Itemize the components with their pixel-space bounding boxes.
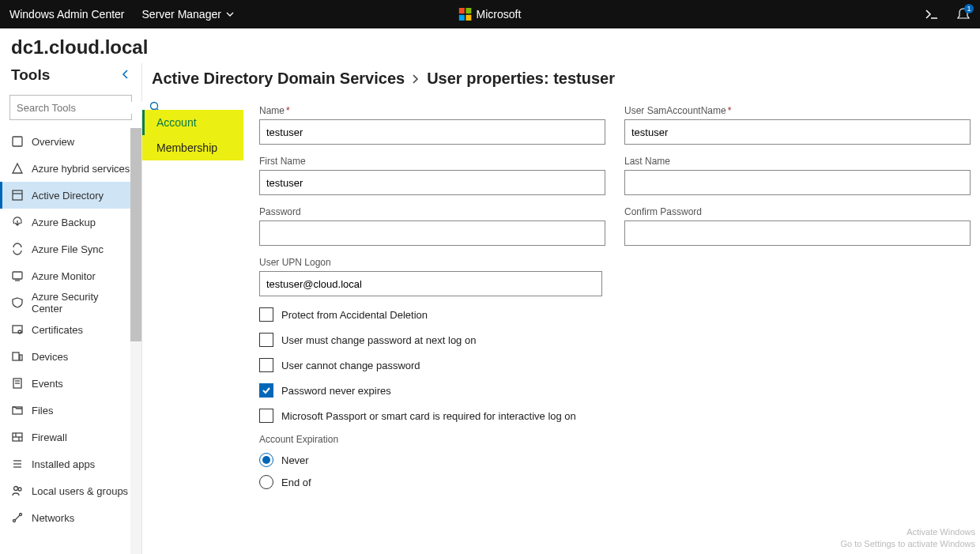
password-never-expires-label: Password never expires — [281, 385, 391, 397]
users-icon — [11, 484, 24, 497]
tool-item-devices[interactable]: Devices — [0, 343, 141, 370]
user-properties-subnav: AccountMembership — [142, 99, 243, 554]
svg-rect-2 — [459, 15, 465, 21]
cloud-shell-icon[interactable] — [925, 7, 939, 21]
notifications-icon[interactable]: 1 — [956, 7, 971, 21]
devices-icon — [11, 350, 24, 363]
breadcrumb-current: User properties: testuser — [427, 70, 615, 88]
expiration-never-radio[interactable] — [259, 453, 273, 467]
tools-scrollbar[interactable] — [130, 128, 141, 554]
server-manager-dropdown[interactable]: Server Manager — [142, 8, 234, 21]
tool-item-firewall[interactable]: Firewall — [0, 424, 141, 450]
certificates-icon — [11, 323, 24, 336]
first-name-label: First Name — [259, 156, 605, 167]
tools-search-box[interactable] — [9, 95, 132, 120]
tool-item-label: Azure Monitor — [32, 270, 96, 282]
svg-rect-12 — [13, 326, 22, 333]
tool-item-certificates[interactable]: Certificates — [0, 316, 141, 343]
tool-item-backup[interactable]: Azure Backup — [0, 209, 141, 236]
upn-label: User UPN Logon — [259, 257, 602, 268]
upn-logon-input[interactable] — [259, 271, 602, 296]
tool-item-events[interactable]: Events — [0, 370, 141, 397]
first-name-input[interactable] — [259, 170, 605, 195]
firewall-icon — [11, 431, 24, 443]
expiration-endof-label: End of — [281, 477, 311, 488]
sam-account-name-input[interactable] — [624, 119, 971, 145]
svg-rect-3 — [466, 15, 471, 21]
chevron-down-icon — [226, 10, 234, 18]
name-input[interactable] — [259, 119, 605, 145]
tool-item-files[interactable]: Files — [0, 397, 141, 424]
tool-item-label: Certificates — [32, 324, 83, 336]
breadcrumb-root[interactable]: Active Directory Domain Services — [152, 70, 405, 88]
svg-rect-1 — [466, 8, 471, 13]
confirm-password-input[interactable] — [624, 220, 971, 246]
tool-item-label: Devices — [32, 351, 68, 363]
tool-item-azure[interactable]: Azure hybrid services — [0, 155, 141, 182]
cannot-change-password-checkbox[interactable] — [259, 358, 273, 372]
last-name-label: Last Name — [624, 156, 971, 167]
protect-deletion-checkbox[interactable] — [259, 307, 273, 322]
password-never-expires-checkbox[interactable] — [259, 383, 273, 398]
breadcrumb: Active Directory Domain Services User pr… — [142, 63, 980, 99]
brand-label: Microsoft — [477, 8, 522, 21]
svg-point-27 — [14, 487, 18, 491]
svg-rect-14 — [13, 352, 19, 360]
last-name-input[interactable] — [624, 170, 971, 195]
tool-item-filesync[interactable]: Azure File Sync — [0, 236, 141, 262]
must-change-password-checkbox[interactable] — [259, 333, 273, 347]
top-bar: Windows Admin Center Server Manager Micr… — [0, 0, 980, 28]
brand: Microsoft — [459, 8, 522, 21]
user-properties-form: Name* User SamAccountName* First Name La — [243, 99, 980, 554]
tool-item-installed[interactable]: Installed apps — [0, 450, 141, 477]
tool-item-label: Installed apps — [32, 458, 95, 470]
check-icon — [262, 386, 271, 395]
tool-item-label: Files — [32, 405, 53, 416]
tool-item-users[interactable]: Local users & groups — [0, 477, 141, 504]
events-icon — [11, 377, 24, 390]
cannot-change-password-label: User cannot change password — [281, 360, 420, 371]
ad-icon — [11, 189, 24, 202]
tool-item-label: Azure Security Center — [32, 291, 130, 315]
tool-item-label: Azure Backup — [32, 217, 96, 228]
expiration-never-label: Never — [281, 454, 309, 466]
subnav-tab-account[interactable]: Account — [142, 110, 243, 135]
protect-deletion-label: Protect from Accidental Deletion — [281, 309, 428, 321]
host-name: dc1.cloud.local — [11, 36, 148, 58]
tool-item-overview[interactable]: Overview — [0, 128, 141, 155]
tools-sidebar: Tools OverviewAzure hybrid servicesActiv… — [0, 63, 142, 554]
tools-search-input[interactable] — [17, 102, 149, 114]
tool-item-monitor[interactable]: Azure Monitor — [0, 262, 141, 289]
passport-required-checkbox[interactable] — [259, 409, 273, 423]
app-name[interactable]: Windows Admin Center — [9, 8, 125, 21]
tool-item-ad[interactable]: Active Directory — [0, 182, 141, 209]
name-label: Name* — [259, 105, 605, 116]
networks-icon — [11, 511, 24, 524]
account-expiration-label: Account Expiration — [259, 434, 971, 445]
chevron-left-icon — [121, 70, 130, 79]
expiration-endof-radio[interactable] — [259, 475, 273, 489]
tool-item-label: Events — [32, 378, 63, 390]
svg-rect-15 — [20, 355, 22, 360]
svg-line-31 — [15, 515, 20, 520]
tool-item-label: Azure File Sync — [32, 243, 104, 255]
tool-item-label: Networks — [32, 512, 74, 524]
svg-rect-10 — [13, 272, 22, 279]
tool-item-label: Active Directory — [32, 190, 104, 202]
collapse-sidebar-button[interactable] — [121, 69, 130, 81]
filesync-icon — [11, 243, 24, 255]
tool-item-security[interactable]: Azure Security Center — [0, 289, 141, 316]
password-input[interactable] — [259, 220, 605, 246]
tools-scrollbar-thumb[interactable] — [130, 128, 141, 341]
files-icon — [11, 404, 24, 416]
svg-rect-19 — [13, 407, 22, 414]
svg-rect-7 — [13, 137, 22, 146]
subnav-tab-membership[interactable]: Membership — [142, 135, 243, 160]
chevron-right-icon — [411, 70, 420, 88]
password-label: Password — [259, 206, 605, 217]
dropdown-label: Server Manager — [142, 8, 221, 21]
must-change-password-label: User must change password at next log on — [281, 334, 476, 346]
tool-item-networks[interactable]: Networks — [0, 504, 141, 531]
svg-rect-0 — [459, 8, 465, 13]
tool-item-label: Azure hybrid services — [32, 163, 130, 175]
